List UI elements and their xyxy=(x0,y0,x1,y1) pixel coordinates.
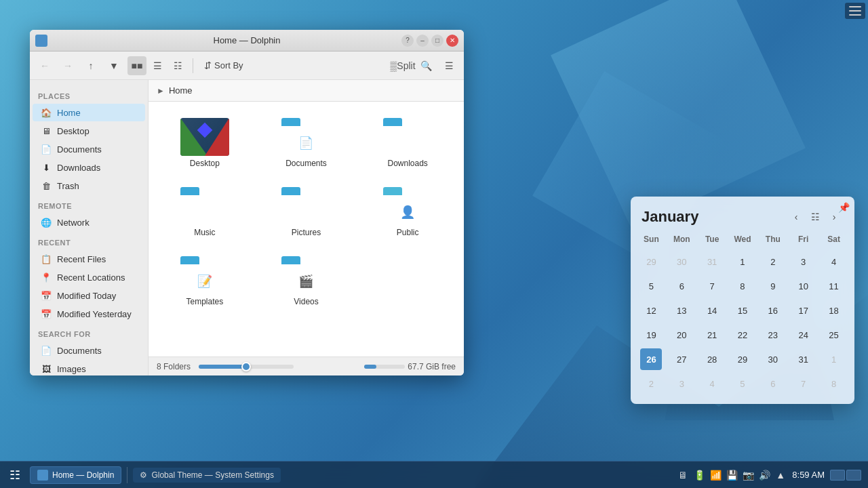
file-item-downloads[interactable]: ⬇ Downloads xyxy=(359,110,456,174)
calendar-day[interactable]: 25 xyxy=(823,324,845,346)
calendar-day[interactable]: 7 xyxy=(793,373,814,394)
file-item-videos[interactable]: 🎬 Videos xyxy=(258,248,355,312)
file-item-documents[interactable]: 📄 Documents xyxy=(258,110,355,174)
sort-button[interactable]: ⇵ Sort By xyxy=(199,58,249,73)
calendar-prev-button[interactable]: ‹ xyxy=(787,207,806,226)
calendar-day[interactable]: 23 xyxy=(762,324,784,346)
calendar-day[interactable]: 3 xyxy=(793,251,814,272)
sidebar-item-recent-files[interactable]: 📋 Recent Files xyxy=(33,250,145,268)
monitor-icon[interactable]: 🖥 xyxy=(677,469,689,481)
calendar-day[interactable]: 2 xyxy=(640,373,662,394)
calendar-day[interactable]: 5 xyxy=(732,373,753,394)
calendar-day[interactable]: 21 xyxy=(701,324,723,346)
calendar-day[interactable]: 4 xyxy=(701,373,723,394)
calendar-day[interactable]: 6 xyxy=(762,373,784,394)
icon-view-button[interactable]: ■■ xyxy=(127,56,146,75)
sidebar-item-search-documents[interactable]: 📄 Documents xyxy=(33,342,145,359)
settings-taskbar-button[interactable]: ⚙ Global Theme — System Settings xyxy=(133,468,281,483)
history-button[interactable]: ▼ xyxy=(104,56,123,75)
calendar-day[interactable]: 31 xyxy=(701,251,723,272)
desktop-menu-button[interactable] xyxy=(845,3,865,19)
battery-icon[interactable]: 🔋 xyxy=(693,469,705,481)
calendar-day[interactable]: 14 xyxy=(701,300,723,321)
menu-button[interactable]: ☰ xyxy=(439,56,458,75)
network-tray-icon[interactable]: 📶 xyxy=(709,469,722,481)
calendar-day[interactable]: 7 xyxy=(701,275,723,297)
sidebar-item-desktop[interactable]: 🖥 Desktop xyxy=(33,122,145,140)
sidebar-item-modified-today[interactable]: 📅 Modified Today xyxy=(33,287,145,304)
calendar-day[interactable]: 17 xyxy=(793,300,814,321)
calendar-day[interactable]: 13 xyxy=(671,300,692,321)
volume-icon[interactable]: 🔊 xyxy=(758,469,770,481)
dolphin-taskbar-button[interactable]: Home — Dolphin xyxy=(30,466,121,484)
calendar-day[interactable]: 2 xyxy=(762,251,784,272)
sidebar-item-modified-yesterday[interactable]: 📅 Modified Yesterday xyxy=(33,305,145,323)
dow-sat: Sat xyxy=(818,232,849,247)
calendar-day[interactable]: 3 xyxy=(671,373,692,394)
calendar-day[interactable]: 29 xyxy=(640,251,662,272)
calendar-day[interactable]: 12 xyxy=(640,300,662,321)
breadcrumb-home[interactable]: Home xyxy=(169,85,193,96)
maximize-button[interactable]: □ xyxy=(431,35,443,47)
file-item-music[interactable]: ♪ Music xyxy=(157,179,253,243)
minimize-button[interactable]: – xyxy=(416,35,429,47)
file-item-public[interactable]: 👤 Public xyxy=(359,179,456,243)
sidebar-item-recent-locations[interactable]: 📍 Recent Locations xyxy=(33,268,145,286)
calendar-day[interactable]: 10 xyxy=(793,275,814,297)
calendar-day[interactable]: 24 xyxy=(793,324,814,346)
calendar-day-today[interactable]: 26 xyxy=(640,348,662,370)
calendar-day[interactable]: 1 xyxy=(732,251,753,272)
file-item-pictures[interactable]: 🖼 Pictures xyxy=(258,179,355,243)
search-button[interactable]: 🔍 xyxy=(416,56,435,75)
calendar-day[interactable]: 1 xyxy=(823,348,845,370)
desktop-folder-icon xyxy=(180,115,229,156)
forward-button[interactable]: → xyxy=(58,56,77,75)
calendar-day[interactable]: 19 xyxy=(640,324,662,346)
back-button[interactable]: ← xyxy=(35,56,54,75)
storage-tray-icon[interactable]: 💾 xyxy=(726,469,738,481)
virtual-desktop-2[interactable] xyxy=(846,470,861,481)
calendar-grid-icon[interactable]: ☷ xyxy=(806,207,825,226)
calendar-day[interactable]: 8 xyxy=(732,275,753,297)
calendar-day[interactable]: 16 xyxy=(762,300,784,321)
virtual-desktop-1[interactable] xyxy=(830,470,845,481)
zoom-slider[interactable] xyxy=(199,365,294,369)
up-button[interactable]: ↑ xyxy=(81,56,100,75)
calendar-day[interactable]: 27 xyxy=(671,348,692,370)
column-view-button[interactable]: ☷ xyxy=(168,56,187,75)
calendar-day[interactable]: 30 xyxy=(762,348,784,370)
help-button[interactable]: ? xyxy=(401,35,414,47)
calendar-day[interactable]: 15 xyxy=(732,300,753,321)
chevron-up-icon[interactable]: ▲ xyxy=(774,469,787,481)
calendar-day[interactable]: 11 xyxy=(823,275,845,297)
detail-view-button[interactable]: ☰ xyxy=(148,56,167,75)
pin-icon[interactable]: 📌 xyxy=(838,202,849,213)
app-launcher-button[interactable]: ☷ xyxy=(3,463,27,487)
days-of-week-row: Sun Mon Tue Wed Thu Fri Sat xyxy=(636,232,849,247)
calendar-day[interactable]: 8 xyxy=(823,373,845,394)
calendar-day[interactable]: 6 xyxy=(671,275,692,297)
calendar-day[interactable]: 20 xyxy=(671,324,692,346)
calendar-day[interactable]: 4 xyxy=(823,251,845,272)
clock[interactable]: 8:59 AM xyxy=(792,470,825,480)
sidebar-item-home[interactable]: 🏠 Home xyxy=(33,104,145,121)
split-button[interactable]: ▒ Split xyxy=(393,56,412,75)
sidebar-item-documents[interactable]: 📄 Documents xyxy=(33,140,145,158)
calendar-day[interactable]: 9 xyxy=(762,275,784,297)
calendar-day[interactable]: 5 xyxy=(640,275,662,297)
calendar-day[interactable]: 22 xyxy=(732,324,753,346)
sidebar-item-network[interactable]: 🌐 Network xyxy=(33,214,145,231)
calendar-day[interactable]: 30 xyxy=(671,251,692,272)
calendar-day[interactable]: 29 xyxy=(732,348,753,370)
camera-icon[interactable]: 📷 xyxy=(742,469,754,481)
sidebar-item-search-images[interactable]: 🖼 Images xyxy=(33,360,145,375)
file-item-templates[interactable]: 📝 Templates xyxy=(157,248,253,312)
file-item-desktop[interactable]: Desktop xyxy=(157,110,253,174)
calendar-day[interactable]: 28 xyxy=(701,348,723,370)
zoom-thumb[interactable] xyxy=(241,362,251,371)
close-button[interactable]: ✕ xyxy=(446,35,458,47)
calendar-day[interactable]: 18 xyxy=(823,300,845,321)
sidebar-item-downloads[interactable]: ⬇ Downloads xyxy=(33,159,145,176)
calendar-day[interactable]: 31 xyxy=(793,348,814,370)
sidebar-item-trash[interactable]: 🗑 Trash xyxy=(33,177,145,195)
